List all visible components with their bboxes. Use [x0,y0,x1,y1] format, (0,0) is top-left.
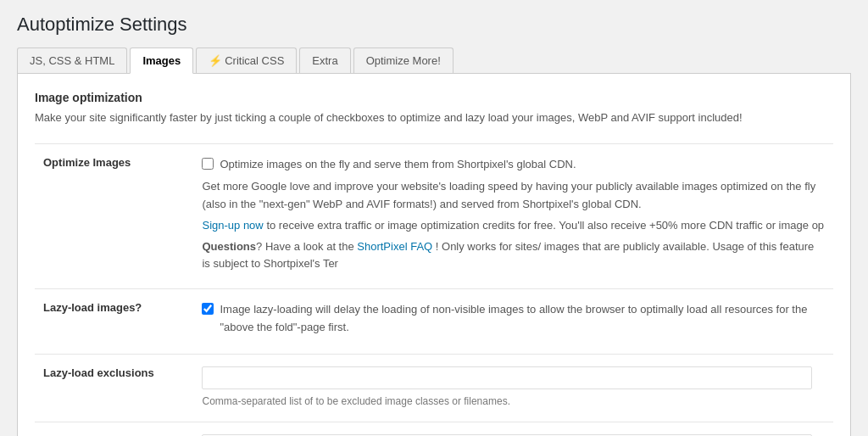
page-title: Autoptimize Settings [17,14,851,36]
signup-link[interactable]: Sign-up now [202,219,263,232]
optimize-images-desc-part2: to receive extra traffic or image optimi… [266,219,824,232]
optimize-images-description: Get more Google love and improve your we… [202,178,825,273]
content-area: Image optimization Make your site signif… [17,74,851,436]
lazy-load-checkbox[interactable] [202,303,214,315]
optimize-images-label: Optimize Images [35,143,193,289]
tab-critical-css-label: Critical CSS [225,54,284,67]
tab-js-css-html-label: JS, CSS & HTML [30,54,114,67]
tab-optimize-more-label: Optimize More! [366,54,441,67]
optimize-images-row: Optimize Images Optimize images on the f… [35,143,833,289]
section-description: Make your site significantly faster by j… [35,109,833,126]
lazy-load-exclusions-input[interactable] [202,366,812,389]
optimize-images-desc-part3: ! Only works for sites/ images that are … [202,240,814,271]
tab-extra-label: Extra [312,54,337,67]
tab-images[interactable]: Images [130,48,193,74]
optimize-images-desc-part1: Get more Google love and improve your we… [202,180,815,210]
lazy-load-nth-row: Lazy-load from nth image Don't lazyload … [35,422,833,436]
lazy-load-exclusions-row: Lazy-load exclusions Comma-separated lis… [35,354,833,422]
settings-table: Optimize Images Optimize images on the f… [35,143,833,437]
tab-critical-css[interactable]: ⚡Critical CSS [196,48,297,73]
lazy-load-exclusions-label: Lazy-load exclusions [35,354,193,422]
lazy-load-nth-label: Lazy-load from nth image [35,422,193,436]
tabs-bar: JS, CSS & HTML Images ⚡Critical CSS Extr… [17,48,851,74]
lazy-load-nth-content: Don't lazyload the first X images, '0' l… [193,422,833,436]
lazy-load-exclusions-content: Comma-separated list of to be excluded i… [193,354,833,422]
tab-optimize-more[interactable]: Optimize More! [353,48,453,73]
lazy-load-row: Lazy-load images? Image lazy-loading wil… [35,289,833,355]
tab-extra[interactable]: Extra [299,48,350,73]
tab-images-label: Images [142,54,181,67]
faq-link[interactable]: ShortPixel FAQ [357,240,432,253]
lazy-load-label: Lazy-load images? [35,289,193,355]
questions-label: Questions [202,240,256,253]
optimize-images-checkbox[interactable] [202,158,214,170]
optimize-images-checkbox-label[interactable]: Optimize images on the fly and serve the… [220,156,576,174]
lazy-load-exclusions-hint: Comma-separated list of to be excluded i… [202,394,825,410]
lazy-load-checkbox-label[interactable]: Image lazy-loading will delay the loadin… [220,301,825,337]
tab-js-css-html[interactable]: JS, CSS & HTML [17,48,127,73]
section-title: Image optimization [35,91,833,104]
lazy-load-content: Image lazy-loading will delay the loadin… [193,289,833,355]
optimize-images-content: Optimize images on the fly and serve the… [193,143,833,289]
lightning-icon: ⚡ [209,54,222,67]
